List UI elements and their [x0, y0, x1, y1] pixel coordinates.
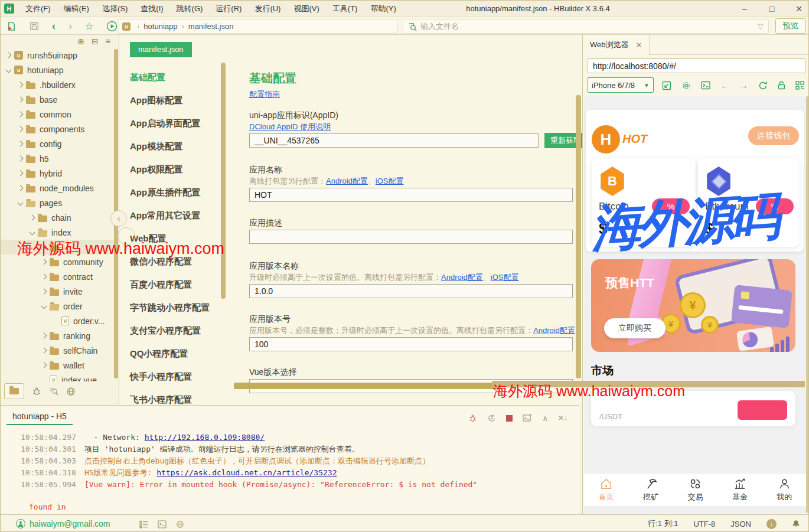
breadcrumb[interactable]: u › hotuniapp › manifest.json: [117, 19, 398, 34]
chevron-right-icon[interactable]: [16, 96, 24, 104]
manifest-nav-item[interactable]: 微信小程序配置: [130, 250, 218, 273]
menu-item[interactable]: 工具(T): [326, 1, 364, 17]
terminal-icon[interactable]: [158, 518, 167, 529]
account-button[interactable]: haiwaiym@gmail.com: [16, 519, 110, 528]
open-terminal-icon[interactable]: [523, 413, 532, 423]
tree-item-hotuniapp[interactable]: uhotuniapp: [1, 63, 119, 77]
tabbar-item-我的[interactable]: 我的: [762, 474, 807, 506]
manifest-nav-item[interactable]: 快手小程序配置: [130, 365, 218, 388]
manifest-nav-item[interactable]: App图标配置: [130, 89, 218, 112]
chevron-right-icon[interactable]: [40, 243, 48, 252]
manifest-nav-item[interactable]: App启动界面配置: [130, 112, 218, 135]
editor-horizontal-scrollbar[interactable]: [234, 383, 501, 389]
breadcrumb-file[interactable]: manifest.json: [188, 22, 234, 31]
tree-item-h5[interactable]: h5: [1, 151, 119, 166]
console-tab[interactable]: hotuniapp - H5: [12, 412, 67, 421]
chevron-right-icon[interactable]: [40, 332, 48, 340]
chevron-right-icon[interactable]: [40, 288, 48, 296]
preview-button[interactable]: 预览: [775, 18, 806, 34]
tree-item-index-vue[interactable]: Vindex.vue: [1, 373, 119, 381]
ios-config-link[interactable]: iOS配置: [491, 273, 519, 282]
manifest-nav-item[interactable]: 百度小程序配置: [130, 273, 218, 296]
collapse-console-icon[interactable]: ∧: [542, 414, 548, 423]
menu-item[interactable]: 选择(S): [96, 1, 134, 17]
chevron-right-icon[interactable]: [40, 273, 48, 281]
tree-item-runsh5uinapp[interactable]: urunsh5uinapp: [1, 48, 119, 63]
tree-item-pages[interactable]: pages: [1, 195, 119, 210]
tree-item-selfchain[interactable]: selfChain: [1, 343, 119, 358]
chevron-right-icon[interactable]: [40, 361, 48, 370]
close-icon[interactable]: ✕: [794, 1, 804, 17]
tree-item-order[interactable]: order: [1, 299, 119, 314]
menu-item[interactable]: 运行(R): [209, 1, 248, 17]
open-external-icon[interactable]: [662, 80, 671, 90]
chevron-right-icon[interactable]: [28, 214, 36, 222]
files-tab-icon[interactable]: [4, 383, 24, 399]
web-tab-icon[interactable]: [66, 386, 76, 397]
tree-item[interactable]: [1, 240, 119, 254]
tree-item-components[interactable]: components: [1, 122, 119, 136]
tree-item-config[interactable]: config: [1, 136, 119, 151]
chevron-right-icon[interactable]: [16, 81, 24, 89]
coin-card-ethereum[interactable]: Ethereum % $: [698, 158, 800, 247]
chevron-down-icon[interactable]: [16, 199, 24, 207]
search-tab-icon[interactable]: [49, 386, 58, 397]
manifest-nav-item[interactable]: App原生插件配置: [130, 181, 218, 204]
buy-now-button[interactable]: 立即购买: [604, 318, 666, 338]
chevron-right-icon[interactable]: [16, 169, 24, 178]
tabbar-item-基金[interactable]: 基金: [717, 474, 762, 506]
chevron-down-icon[interactable]: [40, 302, 48, 311]
collapse-sidebar-icon[interactable]: ‹: [110, 210, 127, 227]
menu-item[interactable]: 查找(I): [134, 1, 169, 17]
menu-item[interactable]: 发行(U): [248, 1, 287, 17]
web-browser-tab[interactable]: Web浏览器 ✕: [583, 35, 650, 55]
manifest-nav-item[interactable]: App权限配置: [130, 158, 218, 181]
clear-logs-icon[interactable]: ✕↓: [558, 414, 567, 422]
appid-input[interactable]: __UNI__4537265: [249, 133, 539, 148]
tree-item-invite[interactable]: invite: [1, 284, 119, 299]
presale-banner[interactable]: ¥ ¥ ¥ 预售HTT 立即购买: [591, 259, 795, 352]
save-icon[interactable]: [30, 21, 39, 31]
tabbar-item-首页[interactable]: 首页: [584, 474, 628, 506]
tree-item--hbuilderx[interactable]: .hbuilderx: [1, 77, 119, 92]
tabbar-item-挖矿[interactable]: 挖矿: [628, 474, 673, 506]
tree-item-wallet[interactable]: wallet: [1, 358, 119, 373]
manifest-nav-item[interactable]: 字节跳动小程序配置: [130, 296, 218, 319]
menu-item[interactable]: 帮助(Y): [364, 1, 402, 17]
appid-doc-link[interactable]: DCloud AppID 使用说明: [249, 122, 331, 132]
bookmark-star-icon[interactable]: ☆: [85, 21, 93, 32]
forward-icon[interactable]: ›: [68, 20, 72, 32]
locate-file-icon[interactable]: ⊕: [77, 37, 84, 46]
restart-icon[interactable]: [487, 413, 496, 423]
coin-card-bitcoin[interactable]: B Bitcoin % $: [592, 158, 696, 247]
manifest-nav-item[interactable]: App常用其它设置: [130, 204, 218, 227]
collapse-all-icon[interactable]: ⊟: [92, 37, 99, 46]
maximize-icon[interactable]: □: [767, 1, 777, 17]
chevron-right-icon[interactable]: [16, 155, 24, 163]
device-select[interactable]: iPhone 6/7/8▼: [588, 77, 654, 93]
menu-item[interactable]: 跳转(G): [170, 1, 210, 17]
log-link[interactable]: http://192.168.0.109:8080/: [145, 433, 265, 442]
android-config-link[interactable]: Android配置: [441, 273, 483, 282]
tree-item-order-v-[interactable]: Vorder.v...: [1, 314, 119, 328]
manifest-nav-item[interactable]: Web配置: [130, 227, 218, 250]
chevron-right-icon[interactable]: [16, 140, 24, 148]
breadcrumb-project[interactable]: hotuniapp: [143, 22, 177, 31]
tree-item-hybrid[interactable]: hybrid: [1, 166, 119, 181]
new-file-icon[interactable]: [6, 21, 17, 31]
version-code-input[interactable]: 100: [249, 337, 573, 351]
update-download-icon[interactable]: ↓: [766, 519, 777, 529]
manifest-nav-item[interactable]: 基础配置: [130, 66, 218, 89]
nav-back-icon[interactable]: ←: [720, 80, 729, 90]
manifest-nav-item[interactable]: 飞书小程序配置: [130, 388, 218, 405]
minimize-icon[interactable]: –: [740, 1, 749, 17]
manifest-nav-item[interactable]: 支付宝小程序配置: [130, 319, 218, 342]
chevron-down-icon[interactable]: [4, 66, 12, 74]
encoding[interactable]: UTF-8: [693, 520, 715, 528]
stop-icon[interactable]: [506, 415, 513, 422]
debug-tab-icon[interactable]: [32, 386, 41, 397]
nav-forward-icon[interactable]: →: [739, 80, 748, 90]
android-config-link[interactable]: Android配置: [533, 326, 575, 335]
app-name-input[interactable]: HOT: [249, 188, 573, 202]
url-input[interactable]: http://localhost:8080/#/: [588, 58, 805, 73]
